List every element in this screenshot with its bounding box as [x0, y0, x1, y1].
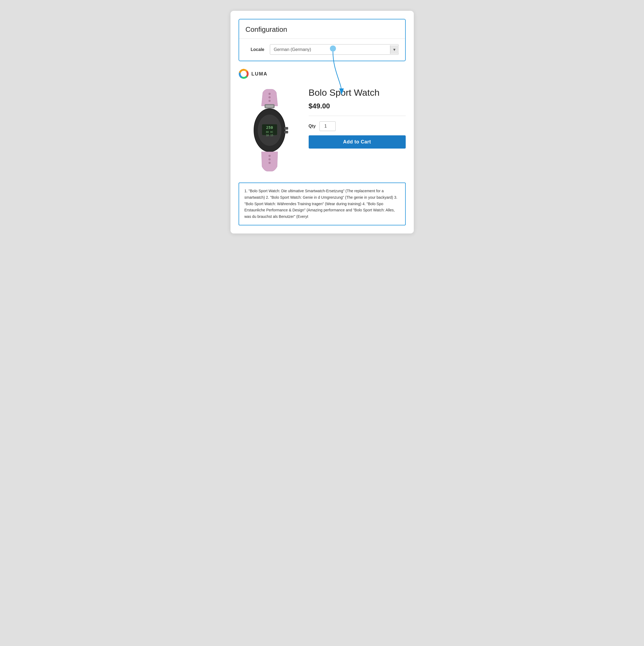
description-box: 1. "Bolo Sport Watch: Die ultimative Sma…: [238, 183, 406, 225]
product-price: $49.00: [309, 102, 406, 110]
svg-point-16: [269, 155, 271, 157]
svg-rect-15: [266, 105, 273, 107]
price-divider: [309, 116, 406, 116]
config-title: Configuration: [239, 19, 405, 38]
description-text: 1. "Bolo Sport Watch: Die ultimative Sma…: [244, 188, 400, 220]
locale-select-wrapper: German (Germany) English (United States)…: [270, 44, 399, 55]
qty-label: Qty: [309, 124, 316, 129]
product-image-wrapper: 250 80 HC 10 15: [238, 84, 301, 176]
svg-rect-13: [285, 131, 288, 133]
svg-text:80 HC: 80 HC: [266, 131, 273, 133]
svg-point-3: [269, 93, 271, 95]
locale-select[interactable]: German (Germany) English (United States)…: [270, 44, 399, 55]
svg-text:10 15: 10 15: [266, 134, 273, 137]
svg-point-4: [269, 96, 271, 98]
svg-text:250: 250: [266, 125, 273, 130]
add-to-cart-button[interactable]: Add to Cart: [309, 135, 406, 148]
svg-point-5: [269, 100, 271, 102]
qty-row: Qty: [309, 121, 406, 131]
product-details: Bolo Sport Watch $49.00 Qty Add to Cart: [309, 84, 406, 148]
svg-point-18: [269, 162, 271, 164]
configuration-panel: Configuration Locale German (Germany) En…: [238, 19, 406, 61]
watch-image: 250 80 HC 10 15: [238, 84, 301, 176]
brand-header: LUMA: [238, 69, 406, 79]
locale-label: Locale: [245, 47, 264, 52]
main-card: Configuration Locale German (Germany) En…: [230, 11, 414, 233]
luma-logo-icon: [238, 69, 249, 79]
brand-name: LUMA: [251, 71, 268, 77]
product-layout: 250 80 HC 10 15: [238, 84, 406, 176]
svg-point-17: [269, 158, 271, 160]
qty-input[interactable]: [319, 121, 336, 131]
config-row: Locale German (Germany) English (United …: [239, 39, 405, 61]
product-section: LUMA: [238, 69, 406, 225]
svg-rect-12: [285, 127, 288, 130]
product-title: Bolo Sport Watch: [309, 87, 406, 98]
